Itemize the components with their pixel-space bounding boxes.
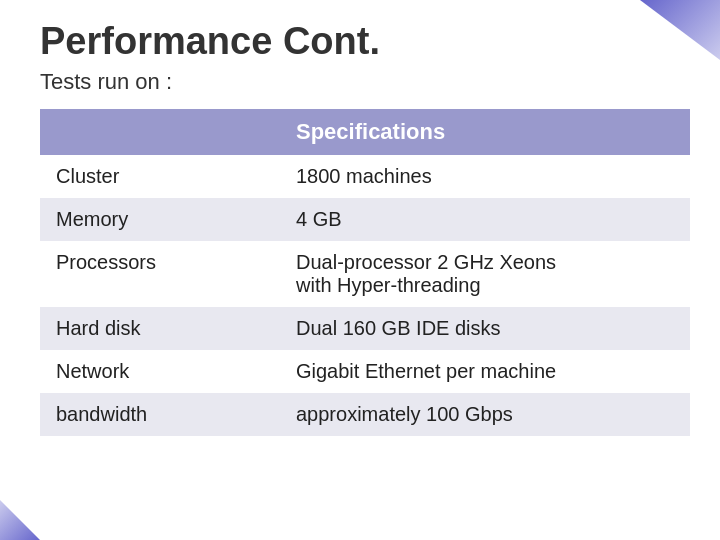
table-row: bandwidthapproximately 100 Gbps [40, 393, 690, 436]
table-row: Memory4 GB [40, 198, 690, 241]
row-value: Dual 160 GB IDE disks [280, 307, 690, 350]
main-content: Performance Cont. Tests run on : Specifi… [0, 0, 720, 456]
row-label: Network [40, 350, 280, 393]
specs-table: Specifications Cluster1800 machinesMemor… [40, 109, 690, 436]
row-value: Dual-processor 2 GHz Xeonswith Hyper-thr… [280, 241, 690, 307]
row-label: bandwidth [40, 393, 280, 436]
table-header-row: Specifications [40, 109, 690, 155]
row-label: Processors [40, 241, 280, 307]
row-value: 4 GB [280, 198, 690, 241]
row-label: Cluster [40, 155, 280, 198]
table-row: NetworkGigabit Ethernet per machine [40, 350, 690, 393]
corner-decoration-bottom-left [0, 500, 40, 540]
header-col2: Specifications [280, 109, 690, 155]
table-row: ProcessorsDual-processor 2 GHz Xeonswith… [40, 241, 690, 307]
table-row: Cluster1800 machines [40, 155, 690, 198]
page-title: Performance Cont. [40, 20, 680, 63]
row-value: Gigabit Ethernet per machine [280, 350, 690, 393]
row-label: Hard disk [40, 307, 280, 350]
row-label: Memory [40, 198, 280, 241]
row-value: 1800 machines [280, 155, 690, 198]
subtitle: Tests run on : [40, 69, 680, 95]
table-row: Hard diskDual 160 GB IDE disks [40, 307, 690, 350]
header-col1 [40, 109, 280, 155]
row-value: approximately 100 Gbps [280, 393, 690, 436]
